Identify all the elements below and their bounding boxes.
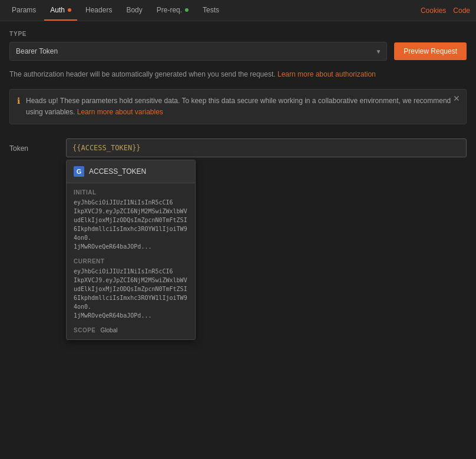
learn-more-variables-link[interactable]: Learn more about variables (77, 108, 163, 116)
tab-prereq-label: Pre-req. (157, 6, 182, 14)
tab-body-label: Body (126, 6, 142, 14)
warning-close-button[interactable]: ✕ (453, 94, 460, 103)
dropdown-initial-label: INITIAL (74, 189, 188, 196)
tab-prereq[interactable]: Pre-req. (151, 0, 194, 21)
info-text-content: The authorization header will be automat… (9, 70, 276, 78)
dropdown-initial-value: eyJhbGciOiJIUzI1NiIsInR5cCI6IkpXVCJ9.eyJ… (74, 198, 188, 251)
warning-banner: ℹ Heads up! These parameters hold sensit… (9, 89, 467, 124)
auth-type-select[interactable]: Bearer Token No Auth API Key Basic Auth … (9, 42, 387, 61)
tab-tests-label: Tests (203, 6, 219, 14)
type-label: TYPE (9, 31, 467, 37)
cookies-link[interactable]: Cookies (421, 6, 446, 15)
dropdown-current-row: CURRENT eyJhbGciOiJIUzI1NiIsInR5cCI6IkpX… (74, 258, 188, 320)
dropdown-scope-value: Global (101, 327, 118, 333)
info-text: The authorization header will be automat… (9, 69, 467, 80)
tab-body[interactable]: Body (120, 0, 148, 21)
token-row: Token G ACCESS_TOKEN INITIAL eyJhbGciOiJ… (9, 138, 467, 157)
main-content: TYPE Bearer Token No Auth API Key Basic … (0, 21, 476, 167)
dropdown-scope-label: SCOPE (74, 327, 96, 333)
preview-request-button[interactable]: Preview Request (394, 42, 467, 60)
tab-auth-label: Auth (50, 6, 65, 14)
dropdown-header: G ACCESS_TOKEN (67, 160, 195, 183)
dropdown-var-name: ACCESS_TOKEN (89, 167, 146, 176)
dropdown-body: INITIAL eyJhbGciOiJIUzI1NiIsInR5cCI6IkpX… (67, 183, 195, 339)
tabs-right: Cookies Code (421, 6, 470, 15)
tabs-left: Params Auth Headers Body Pre-req. Tests (6, 0, 225, 21)
type-row: Bearer Token No Auth API Key Basic Auth … (9, 42, 467, 61)
dropdown-scope-row: SCOPE Global (74, 327, 188, 333)
dropdown-current-label: CURRENT (74, 258, 188, 265)
warning-text-container: Heads up! These parameters hold sensitiv… (26, 95, 459, 118)
tab-bar: Params Auth Headers Body Pre-req. Tests … (0, 0, 476, 21)
warning-icon: ℹ (17, 96, 20, 105)
token-input-wrapper: G ACCESS_TOKEN INITIAL eyJhbGciOiJIUzI1N… (66, 138, 467, 157)
code-link[interactable]: Code (453, 6, 470, 15)
auth-type-wrapper: Bearer Token No Auth API Key Basic Auth … (9, 42, 387, 61)
tab-params[interactable]: Params (6, 0, 42, 21)
tab-headers-label: Headers (85, 6, 112, 14)
global-scope-icon: G (74, 166, 84, 177)
dropdown-initial-row: INITIAL eyJhbGciOiJIUzI1NiIsInR5cCI6IkpX… (74, 189, 188, 251)
tab-headers[interactable]: Headers (80, 0, 118, 21)
dropdown-current-value: eyJhbGciOiJIUzI1NiIsInR5cCI6IkpXVCJ9.eyJ… (74, 267, 188, 320)
token-input[interactable] (66, 138, 467, 157)
tab-params-label: Params (12, 6, 36, 14)
auth-dot (68, 8, 71, 12)
tab-tests[interactable]: Tests (197, 0, 225, 21)
tab-auth[interactable]: Auth (44, 0, 77, 21)
token-label: Token (9, 138, 57, 153)
learn-more-authorization-link[interactable]: Learn more about authorization (277, 70, 376, 78)
prereq-dot (185, 8, 189, 12)
token-dropdown-popup: G ACCESS_TOKEN INITIAL eyJhbGciOiJIUzI1N… (66, 160, 196, 340)
